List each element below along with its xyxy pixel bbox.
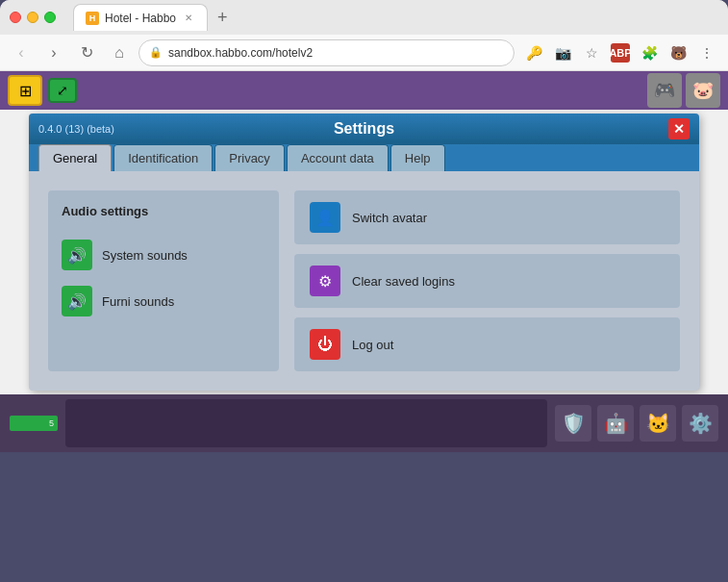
- tab-privacy[interactable]: Privacy: [214, 144, 285, 171]
- game-icon-2[interactable]: 🐷: [686, 73, 720, 108]
- toolbar-icons: 🔑 📷 ☆ ABP 🧩 🐻 ⋮: [520, 39, 720, 66]
- game-toolbar: ⊞ ⤢ 🎮 🐷: [0, 71, 728, 110]
- lock-icon: 🔒: [149, 46, 163, 59]
- browser-titlebar: H Hotel - Habbo ✕ +: [0, 0, 728, 35]
- audio-item-system: 🔊 System sounds: [62, 232, 265, 278]
- game-button-expand[interactable]: ⤢: [48, 78, 77, 103]
- game-icon-1[interactable]: 🎮: [647, 73, 682, 108]
- menu-icon-btn[interactable]: ⋮: [693, 39, 720, 66]
- abp-icon: ABP: [611, 43, 630, 63]
- tab-help[interactable]: Help: [390, 144, 445, 171]
- audio-panel: Audio settings 🔊 System sounds 🔊 Furni s…: [48, 190, 279, 371]
- tab-close-btn[interactable]: ✕: [182, 12, 195, 25]
- settings-close-button[interactable]: ✕: [668, 118, 690, 139]
- new-tab-button[interactable]: +: [212, 8, 234, 28]
- forward-button[interactable]: ›: [40, 39, 67, 66]
- clear-saved-logins-icon: ⚙: [310, 266, 340, 296]
- close-window-btn[interactable]: [10, 12, 21, 23]
- switch-avatar-label: Switch avatar: [352, 211, 427, 225]
- bottom-icon-2[interactable]: 🤖: [597, 405, 634, 442]
- switch-avatar-icon: 👤: [310, 202, 340, 233]
- game-scene: [65, 399, 547, 447]
- log-out-icon: ⏻: [310, 329, 340, 360]
- url-text: sandbox.habbo.com/hotelv2: [168, 46, 313, 60]
- bottom-icon-1[interactable]: 🛡️: [555, 405, 591, 442]
- tab-identification[interactable]: Identification: [113, 144, 213, 171]
- game-icons-right: 🎮 🐷: [647, 73, 720, 108]
- settings-window: 0.4.0 (13) (beta) Settings ✕ General Ide…: [29, 114, 699, 391]
- switch-avatar-button[interactable]: 👤 Switch avatar: [294, 190, 680, 244]
- star-icon-btn[interactable]: ☆: [578, 39, 605, 66]
- green-progress-bar: 5: [10, 416, 58, 431]
- tab-favicon: H: [86, 12, 99, 25]
- browser-window: H Hotel - Habbo ✕ + ‹ › ↻ ⌂ 🔒 sandbox.ha…: [0, 0, 728, 452]
- furni-sounds-label: Furni sounds: [102, 294, 174, 309]
- browser-toolbar: ‹ › ↻ ⌂ 🔒 sandbox.habbo.com/hotelv2 🔑 📷 …: [0, 35, 728, 71]
- actions-panel: 👤 Switch avatar ⚙ Clear saved logins ⏻ L…: [294, 190, 680, 371]
- traffic-lights: [10, 12, 56, 23]
- puzzle-extension-btn[interactable]: 🧩: [636, 39, 663, 66]
- avatar-icon-btn[interactable]: 🐻: [665, 39, 691, 66]
- audio-item-furni: 🔊 Furni sounds: [62, 278, 265, 324]
- settings-version: 0.4.0 (13) (beta): [38, 123, 114, 135]
- tab-general[interactable]: General: [38, 144, 112, 171]
- furni-sounds-icon: 🔊: [62, 286, 92, 316]
- settings-tabs: General Identification Privacy Account d…: [29, 144, 699, 171]
- tab-title: Hotel - Habbo: [105, 12, 176, 25]
- system-sounds-label: System sounds: [102, 248, 188, 263]
- settings-titlebar: 0.4.0 (13) (beta) Settings ✕: [29, 114, 699, 144]
- system-sounds-icon: 🔊: [62, 240, 92, 270]
- back-button[interactable]: ‹: [8, 39, 35, 66]
- browser-tab[interactable]: H Hotel - Habbo ✕: [73, 4, 208, 31]
- tab-account-data[interactable]: Account data: [287, 144, 389, 171]
- audio-panel-title: Audio settings: [62, 204, 265, 218]
- game-button-1[interactable]: ⊞: [8, 75, 42, 106]
- minimize-window-btn[interactable]: [27, 12, 38, 23]
- maximize-window-btn[interactable]: [44, 12, 56, 23]
- settings-content: Audio settings 🔊 System sounds 🔊 Furni s…: [29, 171, 699, 391]
- address-bar[interactable]: 🔒 sandbox.habbo.com/hotelv2: [138, 39, 515, 66]
- home-button[interactable]: ⌂: [106, 39, 133, 66]
- clear-saved-logins-button[interactable]: ⚙ Clear saved logins: [294, 254, 680, 308]
- bottom-game-area: 5 🛡️ 🤖 🐱 ⚙️: [0, 394, 728, 452]
- log-out-button[interactable]: ⏻ Log out: [294, 317, 680, 371]
- key-icon-btn[interactable]: 🔑: [520, 39, 547, 66]
- bottom-right-icons: 🛡️ 🤖 🐱 ⚙️: [555, 405, 718, 442]
- reload-button[interactable]: ↻: [73, 39, 100, 66]
- abp-extension-btn[interactable]: ABP: [607, 39, 634, 66]
- bottom-icon-3[interactable]: 🐱: [640, 405, 676, 442]
- camera-icon-btn[interactable]: 📷: [549, 39, 576, 66]
- log-out-label: Log out: [352, 338, 393, 352]
- clear-saved-logins-label: Clear saved logins: [352, 274, 455, 289]
- bottom-icon-gear[interactable]: ⚙️: [682, 405, 718, 442]
- settings-title: Settings: [334, 120, 394, 138]
- tab-bar: H Hotel - Habbo ✕ +: [73, 4, 718, 31]
